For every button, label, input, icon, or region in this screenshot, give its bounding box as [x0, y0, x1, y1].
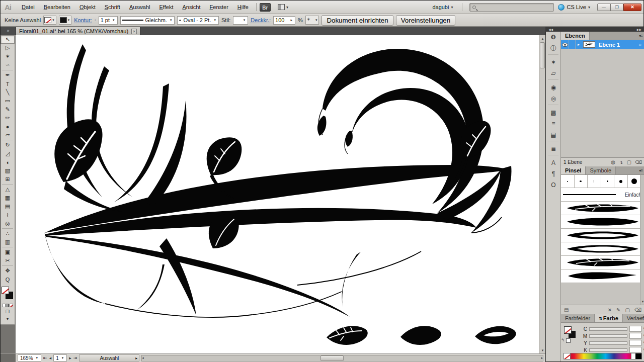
none-mode-button[interactable] [10, 304, 13, 307]
column-graph-tool[interactable]: ▥ [1, 238, 15, 246]
menu-effekt[interactable]: Effekt [155, 3, 178, 12]
layer-name[interactable]: Ebene 1 [597, 42, 639, 48]
new-brush-icon[interactable]: ▢ [625, 307, 629, 313]
color-spectrum-bar[interactable] [564, 353, 642, 359]
new-sublayer-icon[interactable]: ↴ [619, 159, 623, 165]
gradient-tool[interactable]: ▤ [1, 202, 15, 211]
color-mode-button[interactable] [2, 304, 6, 307]
yellow-value-input[interactable] [629, 340, 641, 346]
brush-leaf-slit[interactable] [561, 229, 644, 242]
info-icon[interactable]: ⓘ [546, 43, 561, 54]
last-artboard-button[interactable]: ⇥ [73, 355, 77, 360]
width-profile-select[interactable]: Gleichm. ▾ [120, 16, 175, 25]
stroke-panel-link[interactable]: Kontur: [74, 17, 92, 23]
layer-row[interactable]: ▸ Ebene 1 ○ [561, 40, 644, 49]
black-value-input[interactable] [629, 347, 641, 353]
delete-layer-icon[interactable]: ⌫ [635, 159, 642, 165]
brush-dot-3[interactable] [588, 175, 601, 188]
artboard-canvas[interactable] [16, 35, 539, 353]
zoom-level-select[interactable]: 165% ▾ [18, 354, 41, 361]
brush-leaf-veined-2[interactable] [561, 256, 644, 269]
brush-dot-2[interactable] [575, 175, 588, 188]
type-tool[interactable]: T [1, 79, 15, 88]
remove-brush-stroke-icon[interactable]: ✕ [608, 307, 612, 313]
hand-tool[interactable]: ✥ [1, 266, 15, 275]
mesh-tool[interactable]: ▦ [1, 194, 15, 202]
document-setup-button[interactable]: Dokument einrichten [321, 15, 393, 26]
shape-builder-tool[interactable]: ⊞ [1, 175, 15, 184]
zoom-tool[interactable]: Q [1, 275, 15, 284]
rectangle-tool[interactable]: ▭ [1, 97, 15, 105]
toolbar-collapse-icon[interactable]: » [1, 27, 16, 35]
lasso-tool[interactable]: ∽ [1, 61, 15, 69]
scroll-down-icon[interactable]: ▾ [640, 298, 644, 305]
brush-leaf-solid[interactable] [561, 215, 644, 229]
cs-live-menu[interactable]: CS Live ▾ [558, 4, 590, 11]
brush-dot-5[interactable] [614, 175, 628, 188]
graphic-styles-icon[interactable]: ✶ [546, 57, 561, 68]
brush-leaf-veined[interactable] [561, 202, 644, 215]
brush-leaf-slit-2[interactable] [561, 242, 644, 256]
panel-menu-icon[interactable]: ▾≡ [639, 168, 642, 173]
spectrum-black-swatch[interactable] [635, 353, 641, 359]
cyan-slider[interactable] [589, 327, 627, 331]
color-guide-icon[interactable]: ❂ [546, 32, 561, 43]
line-segment-tool[interactable]: ╲ [1, 88, 15, 97]
bridge-button[interactable]: Br [260, 3, 271, 12]
stroke-color-swatch[interactable]: ▾ [59, 16, 72, 25]
workspace-switcher[interactable]: ▾ [276, 3, 290, 11]
pencil-tool[interactable]: ✏ [1, 114, 15, 122]
scroll-right-icon[interactable]: ▸ [541, 356, 543, 360]
panel-menu-icon[interactable]: ▾≡ [639, 34, 642, 38]
pathfinder-shapes-icon[interactable]: ▱ [546, 68, 561, 79]
mini-white-swatch[interactable] [566, 338, 571, 343]
menu-objekt[interactable]: Objekt [75, 3, 100, 12]
eyedropper-tool[interactable]: ≀ [1, 211, 15, 219]
paragraph-panel-icon[interactable]: ¶ [546, 168, 561, 179]
drawing-mode-button[interactable]: ❐ [1, 308, 15, 315]
menu-datei[interactable]: Datei [17, 3, 39, 12]
tab-ebenen[interactable]: Ebenen [561, 32, 590, 40]
stroke-panel-icon[interactable]: ≣ [546, 143, 561, 154]
brush-dot-6[interactable] [628, 175, 641, 188]
opentype-panel-icon[interactable]: O [546, 179, 561, 191]
horizontal-scroll-thumb[interactable] [320, 355, 344, 361]
opacity-input[interactable]: 100 ▸ [273, 16, 295, 25]
menu-fenster[interactable]: Fenster [205, 3, 233, 12]
document-tab[interactable]: Floral01_01.ai* bei 165 % (CMYK/Vorschau… [16, 27, 140, 35]
previous-artboard-button[interactable]: ◂ [49, 355, 52, 360]
close-button[interactable]: ✕ [623, 4, 641, 11]
spectrum-white-swatch[interactable] [631, 353, 635, 359]
search-box[interactable] [469, 3, 554, 12]
brush-dot-4[interactable] [601, 175, 615, 188]
horizontal-scrollbar[interactable]: ◂ ▸ [141, 355, 543, 361]
search-input[interactable] [476, 4, 553, 11]
style-select[interactable]: ▾ [233, 16, 248, 25]
brush-dot-1[interactable] [561, 175, 575, 188]
menu-schrift[interactable]: Schrift [100, 3, 125, 12]
width-tool[interactable]: ◖ [1, 158, 15, 166]
opacity-panel-link[interactable]: Deckkr.: [251, 17, 271, 23]
new-layer-icon[interactable]: ▢ [626, 159, 631, 165]
character-panel-icon[interactable]: A [546, 157, 561, 168]
delete-brush-icon[interactable]: ⌫ [634, 307, 641, 313]
blend-tool[interactable]: ◎ [1, 219, 15, 228]
expand-icon[interactable]: ▸ [576, 40, 582, 49]
spectrum-ramp[interactable] [571, 353, 631, 359]
brush-libraries-icon[interactable]: ▤ [564, 307, 569, 313]
tab-symbole[interactable]: Symbole [586, 166, 616, 174]
fill-color-swatch[interactable]: ▾ [43, 16, 56, 25]
first-artboard-button[interactable]: ⇤ [43, 355, 47, 360]
minimize-button[interactable]: — [597, 4, 610, 11]
pen-tool[interactable]: ✒ [1, 71, 15, 79]
brush-options-icon[interactable]: ✎ [616, 307, 620, 313]
menu-bearbeiten[interactable]: Bearbeiten [39, 3, 75, 12]
black-slider[interactable] [589, 348, 627, 352]
paintbrush-tool[interactable]: ✎ [1, 105, 15, 114]
transform-icon[interactable]: ▤ [546, 129, 561, 140]
brush-scrollbar[interactable]: ▾ [640, 175, 644, 305]
fill-stroke-control[interactable] [1, 286, 15, 303]
maximize-button[interactable]: ❐ [610, 4, 623, 11]
cyan-value-input[interactable] [629, 326, 641, 332]
magic-wand-tool[interactable]: ✶ [1, 52, 15, 61]
